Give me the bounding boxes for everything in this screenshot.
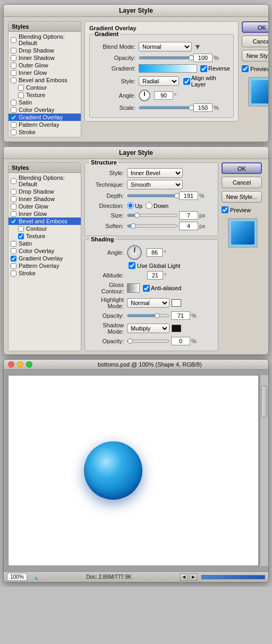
style-checkbox-blending[interactable] — [11, 37, 16, 43]
new-style-button-1[interactable]: New Style... — [242, 50, 269, 62]
style-blending-options[interactable]: Blending Options: Default — [8, 33, 81, 47]
style-checkbox-gradient-overlay[interactable] — [11, 115, 16, 120]
preview-checkbox-2[interactable] — [222, 206, 228, 213]
gloss-contour-picker[interactable] — [127, 283, 140, 293]
style-inner-glow[interactable]: Inner Glow — [8, 69, 81, 76]
style-checkbox-stroke[interactable] — [11, 129, 16, 135]
d2-checkbox-blending[interactable] — [11, 178, 16, 184]
shadow-mode-select[interactable]: Multiply — [127, 324, 169, 333]
new-style-button-2[interactable]: New Style... — [222, 191, 262, 203]
d2-checkbox-bevel-emboss[interactable] — [11, 219, 16, 224]
gradient-picker[interactable] — [139, 64, 197, 73]
ok-button-2[interactable]: OK — [222, 162, 262, 174]
blend-mode-select[interactable]: Normal — [139, 42, 192, 51]
direction-up-radio[interactable] — [127, 202, 134, 209]
d2-style-drop-shadow[interactable]: Drop Shadow — [8, 188, 81, 195]
reverse-checkbox[interactable] — [200, 65, 207, 72]
style-color-overlay[interactable]: Color Overlay — [8, 106, 81, 114]
style-texture[interactable]: Texture — [8, 91, 81, 99]
ok-button-1[interactable]: OK — [242, 21, 269, 33]
direction-down-label[interactable]: Down — [146, 202, 168, 209]
d2-checkbox-inner-shadow[interactable] — [11, 196, 16, 202]
d2-style-satin[interactable]: Satin — [8, 240, 81, 247]
d2-style-gradient-overlay[interactable]: Gradient Overlay — [8, 255, 81, 262]
d2-style-pattern-overlay[interactable]: Pattern Overlay — [8, 262, 81, 269]
opacity-slider[interactable] — [139, 56, 192, 59]
close-button[interactable] — [8, 361, 14, 368]
style-inner-shadow[interactable]: Inner Shadow — [8, 54, 81, 62]
style-checkbox-satin[interactable] — [11, 100, 16, 106]
style-drop-shadow[interactable]: Drop Shadow — [8, 47, 81, 54]
style-pattern-overlay[interactable]: Pattern Overlay — [8, 121, 81, 128]
style-satin[interactable]: Satin — [8, 99, 81, 106]
style-gradient-overlay[interactable]: Gradient Overlay — [8, 114, 81, 121]
depth-input[interactable] — [179, 192, 198, 200]
style-checkbox-pattern-overlay[interactable] — [11, 122, 16, 128]
style-stroke[interactable]: Stroke — [8, 128, 81, 136]
anti-aliased-checkbox[interactable] — [143, 285, 150, 292]
style-checkbox-contour[interactable] — [18, 85, 24, 91]
size-slider[interactable] — [127, 214, 177, 217]
d2-checkbox-color-overlay[interactable] — [11, 248, 16, 254]
shadow-color-swatch[interactable] — [172, 325, 181, 332]
blend-mode-arrow[interactable]: ▼ — [194, 42, 201, 51]
style-checkbox-color-overlay[interactable] — [11, 107, 16, 113]
style-contour[interactable]: Contour — [8, 84, 81, 91]
d2-checkbox-pattern-overlay[interactable] — [11, 263, 16, 269]
d2-checkbox-texture[interactable] — [18, 233, 24, 239]
align-layer-checkbox[interactable] — [183, 78, 190, 85]
soften-input[interactable] — [179, 222, 198, 230]
d2-style-contour[interactable]: Contour — [8, 225, 81, 232]
d2-style-outer-glow[interactable]: Outer Glow — [8, 203, 81, 210]
d2-style-bevel-emboss[interactable]: Bevel and Emboss — [8, 217, 81, 225]
technique-select[interactable]: Smooth — [127, 180, 183, 189]
shadow-opacity-slider[interactable] — [127, 340, 169, 343]
scale-slider[interactable] — [139, 106, 192, 109]
style-checkbox-inner-glow[interactable] — [11, 70, 16, 76]
d2-style-blending-options[interactable]: Blending Options: Default — [8, 174, 81, 188]
nav-left-button[interactable]: ◀ — [180, 573, 188, 581]
altitude-input[interactable] — [147, 271, 163, 280]
depth-slider[interactable] — [127, 194, 177, 197]
style-checkbox-drop-shadow[interactable] — [11, 48, 16, 54]
size-input[interactable] — [179, 211, 198, 220]
angle-dial[interactable] — [139, 90, 150, 101]
highlight-opacity-slider[interactable] — [127, 314, 169, 317]
global-light-checkbox[interactable] — [129, 262, 135, 269]
style-checkbox-inner-shadow[interactable] — [11, 55, 16, 61]
d2-checkbox-stroke[interactable] — [11, 271, 16, 276]
d2-checkbox-satin[interactable] — [11, 241, 16, 247]
opacity-input[interactable] — [193, 54, 212, 62]
zoom-level-input[interactable] — [7, 573, 27, 581]
gradient-style-select[interactable]: Radial — [139, 76, 179, 86]
shadow-opacity-input[interactable] — [171, 337, 190, 345]
d2-checkbox-inner-glow[interactable] — [11, 211, 16, 217]
scale-input[interactable] — [193, 103, 212, 112]
style-bevel-emboss[interactable]: Bevel and Emboss — [8, 76, 81, 84]
d2-style-inner-glow[interactable]: Inner Glow — [8, 210, 81, 217]
shading-angle-dial[interactable] — [127, 245, 142, 260]
direction-up-label[interactable]: Up — [127, 202, 142, 209]
soften-slider[interactable] — [127, 224, 177, 228]
scrollbar-thumb[interactable] — [261, 386, 267, 417]
cancel-button-2[interactable]: Cancel — [222, 177, 262, 188]
d2-style-inner-shadow[interactable]: Inner Shadow — [8, 195, 81, 203]
d2-style-stroke[interactable]: Stroke — [8, 269, 81, 277]
d2-checkbox-contour[interactable] — [18, 226, 24, 232]
d2-style-texture[interactable]: Texture — [8, 232, 81, 240]
bevel-style-select[interactable]: Inner Bevel — [127, 168, 183, 178]
style-checkbox-outer-glow[interactable] — [11, 63, 16, 68]
d2-checkbox-outer-glow[interactable] — [11, 204, 16, 210]
highlight-opacity-input[interactable] — [171, 311, 190, 320]
style-checkbox-texture[interactable] — [18, 92, 24, 98]
style-outer-glow[interactable]: Outer Glow — [8, 62, 81, 69]
highlight-color-swatch[interactable] — [172, 299, 181, 307]
d2-checkbox-drop-shadow[interactable] — [11, 189, 16, 195]
shading-angle-input[interactable] — [147, 248, 163, 257]
preview-checkbox-1[interactable] — [242, 65, 249, 72]
zoom-window-button[interactable] — [26, 361, 32, 368]
minimize-button[interactable] — [17, 361, 23, 368]
angle-input[interactable] — [154, 91, 173, 100]
vertical-scrollbar[interactable] — [260, 375, 268, 566]
style-checkbox-bevel-emboss[interactable] — [11, 77, 16, 83]
